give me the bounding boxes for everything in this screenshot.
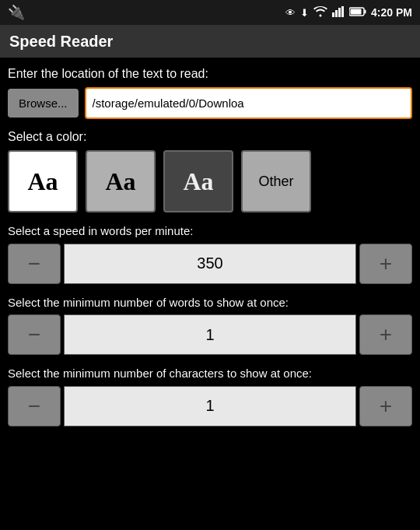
color-option-white[interactable]: Aa — [8, 150, 78, 212]
min-chars-increment-button[interactable] — [359, 386, 412, 426]
clock: 4:20 PM — [371, 6, 412, 19]
app-title: Speed Reader — [9, 33, 113, 51]
min-words-increment-button[interactable] — [359, 314, 412, 355]
svg-rect-5 — [365, 9, 366, 13]
browse-button[interactable]: Browse... — [8, 89, 79, 118]
svg-rect-3 — [341, 6, 344, 17]
speed-label: Select a speed in words per minute: — [8, 223, 412, 239]
download-icon: ⬇ — [300, 7, 309, 19]
file-row: Browse... — [8, 87, 412, 119]
speed-counter-row: 350 — [8, 244, 412, 284]
min-chars-plus-icon — [380, 394, 392, 419]
min-chars-value: 1 — [64, 386, 356, 426]
signal-icon — [332, 6, 345, 19]
min-words-plus-icon — [380, 322, 392, 347]
speed-plus-icon — [380, 251, 392, 276]
color-aa-dark: Aa — [183, 167, 213, 196]
min-chars-counter-row: 1 — [8, 386, 412, 426]
color-aa-white: Aa — [27, 167, 58, 196]
privacy-indicator-icon: 👁 — [285, 7, 296, 19]
color-other-label: Other — [258, 174, 293, 190]
battery-icon — [349, 7, 366, 19]
min-words-decrement-button[interactable] — [8, 314, 61, 355]
speed-value: 350 — [64, 244, 356, 284]
color-row: Aa Aa Aa Other — [8, 150, 412, 212]
status-bar-right: 👁 ⬇ 4:20 PM — [285, 6, 412, 19]
location-label: Enter the location of the text to read: — [8, 67, 412, 81]
speed-minus-icon — [28, 251, 40, 276]
wifi-icon — [313, 6, 327, 19]
color-option-dark[interactable]: Aa — [163, 150, 233, 212]
min-chars-minus-icon — [28, 394, 40, 419]
min-chars-label: Select the minimum number of characters … — [8, 366, 412, 381]
status-bar: 🔌 👁 ⬇ 4:20 PM — [0, 0, 420, 25]
color-aa-gray: Aa — [105, 167, 135, 196]
min-words-counter-row: 1 — [8, 314, 412, 355]
path-input[interactable] — [85, 87, 412, 119]
main-content: Enter the location of the text to read: … — [0, 58, 420, 447]
color-label: Select a color: — [8, 130, 412, 144]
min-words-value: 1 — [64, 314, 356, 355]
title-bar: Speed Reader — [0, 25, 420, 58]
min-words-label: Select the minimum number of words to sh… — [8, 295, 412, 311]
speed-increment-button[interactable] — [359, 244, 412, 284]
color-option-gray[interactable]: Aa — [86, 150, 156, 212]
min-words-minus-icon — [28, 322, 40, 347]
usb-icon: 🔌 — [8, 4, 25, 21]
svg-rect-2 — [338, 8, 341, 17]
svg-rect-0 — [332, 12, 334, 17]
svg-rect-1 — [335, 10, 338, 17]
svg-rect-6 — [351, 9, 362, 14]
min-chars-decrement-button[interactable] — [8, 386, 61, 426]
color-option-other[interactable]: Other — [241, 150, 311, 212]
status-bar-left: 🔌 — [8, 4, 25, 21]
speed-decrement-button[interactable] — [8, 244, 61, 284]
